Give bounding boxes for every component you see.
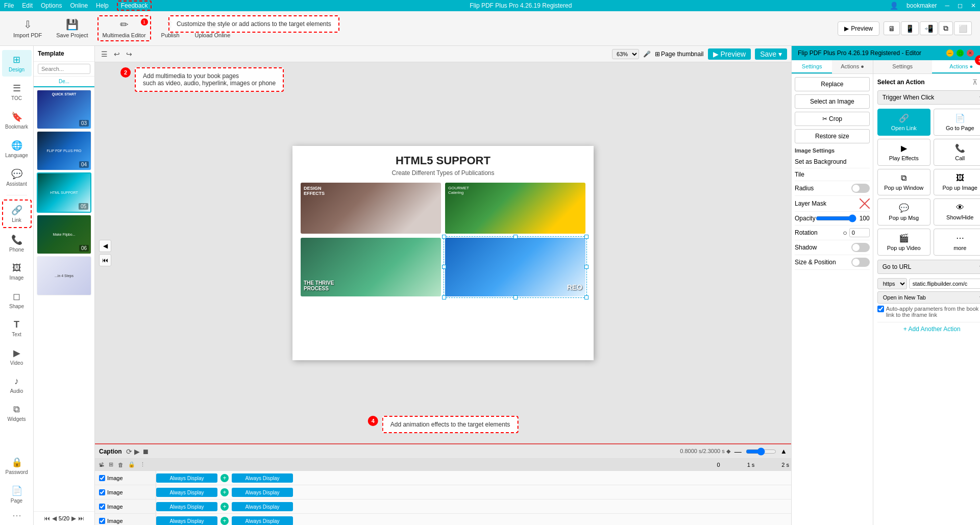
shadow-toggle[interactable]: [851, 243, 870, 252]
search-input[interactable]: [38, 64, 90, 74]
minimize-win-btn[interactable]: ─: [946, 49, 953, 57]
timeline-block[interactable]: Always Display: [156, 473, 217, 483]
save-btn[interactable]: Save ▾: [755, 48, 787, 60]
minimize-btn[interactable]: ─: [945, 2, 949, 9]
handle-br[interactable]: [584, 295, 589, 299]
tl-loop-btn[interactable]: ⟳: [126, 447, 132, 456]
tl-tool-5[interactable]: ⋮: [138, 461, 147, 468]
mobile-btn[interactable]: 📲: [920, 21, 938, 35]
fullwidth-btn[interactable]: ⬜: [954, 21, 972, 35]
menu-feedback[interactable]: Feedback: [117, 1, 152, 11]
menu-options[interactable]: Options: [41, 2, 62, 9]
more-items-btn[interactable]: ⋯: [12, 510, 21, 521]
timeline-collapse-btn[interactable]: ▲: [780, 447, 787, 455]
sidebar-item-video[interactable]: ▶ Video: [2, 343, 32, 370]
timeline-slider[interactable]: —: [734, 447, 742, 456]
url-input[interactable]: [909, 279, 980, 289]
replace-btn[interactable]: Replace: [795, 77, 870, 91]
collapse-action-btn[interactable]: ⊼: [972, 78, 977, 86]
next-page-btn[interactable]: ▶: [71, 515, 76, 522]
multimedia-editor-button[interactable]: ✏ Multimedia Editor 1: [97, 15, 151, 41]
handle-mr[interactable]: [584, 265, 589, 269]
list-item[interactable]: FLIP PDF PLUS PRO 04: [37, 131, 91, 170]
sidebar-item-widgets[interactable]: ⧉ Widgets: [2, 400, 32, 426]
add-action-btn[interactable]: + Add Another Action: [877, 322, 980, 336]
tl-tool-4[interactable]: 🔒: [127, 461, 137, 468]
handle-bl[interactable]: [442, 295, 446, 299]
action-show-hide[interactable]: 👁 Show/Hide: [934, 198, 980, 226]
first-page-nav[interactable]: ⏮: [99, 254, 111, 266]
undo-btn[interactable]: ↩: [112, 49, 122, 59]
sidebar-item-toc[interactable]: ☰ TOC: [2, 79, 32, 105]
page-thumb-btn[interactable]: ⊞ Page thumbnail: [655, 51, 703, 58]
handle-tl[interactable]: [442, 235, 446, 239]
tablet-btn[interactable]: 📱: [901, 21, 919, 35]
book-img-food[interactable]: GOURMETCatering: [445, 183, 585, 234]
sidebar-item-phone[interactable]: 📞 Phone: [2, 230, 32, 257]
tab-actions[interactable]: Actions ●: [832, 60, 872, 73]
first-page-btn[interactable]: ⏮: [44, 515, 50, 522]
close-btn[interactable]: ✕: [971, 2, 976, 9]
row-checkbox[interactable]: [99, 518, 105, 524]
trigger-select[interactable]: Trigger When Click: [877, 90, 980, 105]
spread-btn[interactable]: ⧉: [939, 21, 953, 35]
timeline-block[interactable]: Always Display: [156, 488, 217, 497]
preview-button[interactable]: ▶ Preview: [838, 21, 879, 36]
tab-actions-right[interactable]: Actions ●: [932, 60, 980, 73]
zoom-select[interactable]: 63%: [612, 49, 639, 59]
action-popup-window[interactable]: ⧉ Pop up Window: [877, 169, 930, 195]
import-pdf-button[interactable]: ⇩ Import PDF: [8, 15, 47, 41]
tl-tool-1[interactable]: 📽: [97, 461, 106, 468]
sidebar-item-password[interactable]: 🔒 Password: [2, 453, 32, 479]
action-more[interactable]: ⋯ more: [934, 229, 980, 256]
sidebar-item-link[interactable]: 🔗 Link: [2, 199, 32, 228]
timeline-add-btn[interactable]: +: [220, 503, 229, 511]
opacity-range[interactable]: [816, 214, 856, 222]
timeline-block[interactable]: Always Display: [232, 502, 293, 511]
size-position-toggle[interactable]: [851, 258, 870, 267]
row-checkbox[interactable]: [99, 504, 105, 510]
sidebar-item-assistant[interactable]: 💬 Assistant: [2, 164, 32, 191]
tl-tool-3[interactable]: 🗑: [116, 461, 125, 468]
timeline-add-btn[interactable]: +: [220, 517, 229, 525]
timeline-block[interactable]: Always Display: [156, 516, 217, 525]
toggle-sidebar-btn[interactable]: ☰: [99, 49, 110, 59]
book-img-design[interactable]: DESIGNEFFECTS: [301, 183, 441, 234]
last-page-btn[interactable]: ⏭: [78, 515, 84, 522]
handle-bc[interactable]: [513, 295, 518, 299]
action-call[interactable]: 📞 Call: [934, 139, 980, 166]
sidebar-item-language[interactable]: 🌐 Language: [2, 136, 32, 162]
desktop-btn[interactable]: 🖥: [884, 21, 900, 35]
rotation-input[interactable]: [849, 228, 870, 237]
list-item[interactable]: HTML SUPPORT 05: [37, 172, 91, 213]
sidebar-item-image[interactable]: 🖼 Image: [2, 259, 32, 285]
menu-online[interactable]: Online: [70, 2, 88, 9]
book-img-thrive[interactable]: THE THRIVEPROCESS: [301, 238, 441, 296]
auto-apply-checkbox[interactable]: [877, 306, 884, 312]
select-image-btn[interactable]: Select an Image: [795, 94, 870, 109]
action-open-link[interactable]: 🔗 Open Link: [877, 109, 930, 136]
restore-btn[interactable]: ◻: [958, 2, 963, 9]
menu-help[interactable]: Help: [96, 2, 109, 9]
timeline-block[interactable]: Always Display: [232, 473, 293, 483]
https-select[interactable]: https: [877, 278, 907, 289]
crop-btn[interactable]: ✂ Crop: [795, 112, 870, 126]
timeline-add-btn[interactable]: +: [220, 488, 229, 496]
save-project-button[interactable]: 💾 Save Project: [51, 15, 93, 41]
prev-page-btn[interactable]: ◀: [52, 515, 57, 522]
goto-url-select[interactable]: Go to URL: [877, 260, 980, 274]
row-checkbox[interactable]: [99, 475, 105, 481]
sidebar-item-page[interactable]: 📄 Page: [2, 481, 32, 508]
menu-edit[interactable]: Edit: [22, 2, 33, 9]
tl-stop-btn[interactable]: ⏹: [142, 447, 149, 456]
action-go-to-page[interactable]: 📄 Go to Page: [934, 109, 980, 136]
list-item[interactable]: QUICK START 03: [37, 90, 91, 129]
timeline-block[interactable]: Always Display: [232, 516, 293, 525]
book-img-reo[interactable]: REO: [445, 238, 585, 296]
close-win-btn[interactable]: ✕: [967, 49, 974, 57]
redo-btn[interactable]: ↪: [124, 49, 134, 59]
sidebar-item-bookmark[interactable]: 🔖 Bookmark: [2, 107, 32, 134]
action-popup-image[interactable]: 🖼 Pop up Image: [934, 169, 980, 195]
action-popup-video[interactable]: 🎬 Pop up Video: [877, 229, 930, 256]
list-item[interactable]: ...in 4 Steps: [37, 256, 91, 295]
